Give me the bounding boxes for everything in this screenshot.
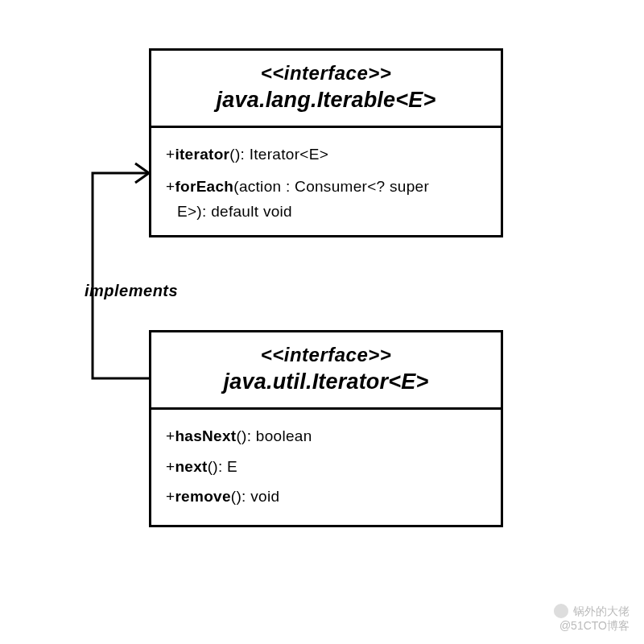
m-prefix: + [166, 488, 175, 505]
uml-body-iterator: +hasNext(): boolean +next(): E +remove()… [151, 410, 501, 525]
m-name: remove [175, 488, 230, 505]
uml-header-iterable: <<interface>> java.lang.Iterable<E> [151, 51, 501, 128]
m-prefix: + [166, 427, 175, 444]
classname-iterator: java.util.Iterator<E> [159, 369, 493, 394]
method-foreach: +forEach(action : Consumer<? super [166, 176, 486, 197]
watermark-line1: 锅外的大佬 [573, 604, 630, 618]
classname-iterable: java.lang.Iterable<E> [159, 88, 493, 113]
m-prefix: + [166, 458, 175, 475]
m-name: iterator [175, 146, 229, 163]
method-hasnext: +hasNext(): boolean [166, 426, 486, 447]
watermark-icon [554, 604, 568, 618]
m-name: next [175, 458, 207, 475]
watermark-top: 锅外的大佬 [554, 604, 630, 618]
stereotype-iterable: <<interface>> [159, 62, 493, 85]
m-suffix: (): boolean [236, 427, 312, 444]
m-name: hasNext [175, 427, 236, 444]
stereotype-iterator: <<interface>> [159, 344, 493, 366]
m-suffix: (): Iterator<E> [229, 146, 328, 163]
watermark: 锅外的大佬 @51CTO博客 [554, 604, 630, 633]
uml-class-iterable: <<interface>> java.lang.Iterable<E> +ite… [149, 48, 503, 237]
relationship-label: implements [85, 282, 178, 300]
m-suffix: (): void [231, 488, 279, 505]
m-mid: (action : Consumer<? super [233, 178, 429, 195]
method-next: +next(): E [166, 456, 486, 477]
uml-class-iterator: <<interface>> java.util.Iterator<E> +has… [149, 330, 503, 527]
m-suffix: (): E [208, 458, 237, 475]
diagram-canvas: <<interface>> java.lang.Iterable<E> +ite… [0, 0, 644, 644]
m-prefix: + [166, 146, 175, 163]
uml-body-iterable: +iterator(): Iterator<E> +forEach(action… [151, 128, 501, 235]
m-name: forEach [175, 178, 233, 195]
watermark-line2: @51CTO博客 [554, 618, 630, 633]
m-prefix: + [166, 178, 175, 195]
method-remove: +remove(): void [166, 486, 486, 507]
uml-header-iterator: <<interface>> java.util.Iterator<E> [151, 332, 501, 410]
method-foreach-cont: E>): default void [177, 201, 486, 222]
method-iterator: +iterator(): Iterator<E> [166, 144, 486, 165]
